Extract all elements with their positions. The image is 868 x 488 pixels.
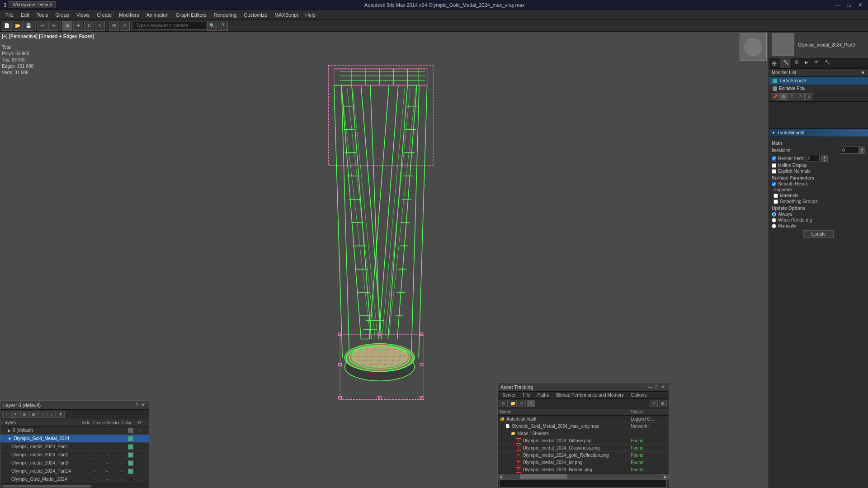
maximize-button[interactable]: □ (846, 2, 853, 8)
asset-minimize-button[interactable]: — (646, 384, 653, 390)
mod-configure-button[interactable]: ⚙ (779, 93, 788, 100)
menu-help[interactable]: Help (302, 11, 319, 19)
list-item[interactable]: ▶ 0 (default) ··· ··· ··· ✓ (0, 426, 149, 435)
list-item[interactable]: Olympic_Gold_Medal_2024 ··· ··· ··· (0, 475, 149, 483)
list-item[interactable]: T Olympic_medal_2024_Normal.png Found (498, 466, 669, 474)
iterations-down-button[interactable]: ▼ (859, 150, 865, 154)
tab-motion[interactable]: ▶ (802, 58, 811, 68)
layer-color-2[interactable] (128, 436, 133, 441)
asset-help-button[interactable]: ? (650, 400, 658, 407)
angle-snap-button[interactable]: ∠ (120, 21, 130, 31)
layers-move-button[interactable]: ↑ (38, 411, 47, 418)
undo-button[interactable]: ↩ (38, 21, 47, 31)
asset-expand-button[interactable]: ⊞ (659, 400, 667, 407)
list-item[interactable]: T Olympic_medal_2024_Glossiness.png Foun… (498, 445, 669, 452)
layer-color-swatch[interactable] (128, 428, 133, 433)
layer-color-6[interactable] (128, 469, 133, 474)
search-input[interactable] (134, 22, 206, 30)
tab-display[interactable]: 👁 (811, 58, 822, 68)
layers-help-button[interactable]: ? (135, 402, 139, 408)
asset-menu-file[interactable]: File (519, 392, 533, 398)
layers-create-button[interactable]: + (2, 411, 10, 418)
new-button[interactable]: 📄 (2, 21, 12, 31)
menu-tools[interactable]: Tools (33, 11, 52, 19)
list-item[interactable]: T Olympic_medal_2024_gold_Reflection.png… (498, 452, 669, 459)
layers-close-button[interactable]: ✕ (140, 402, 146, 408)
render-iters-up-button[interactable]: ▲ (821, 155, 828, 158)
list-item[interactable]: Olympic_medal_2024_Part3 ··· ··· ··· (0, 459, 149, 467)
asset-menu-bitmap[interactable]: Bitmap Performance and Memory (552, 392, 627, 398)
update-button[interactable]: Update (803, 230, 833, 238)
viewport[interactable]: [+] [Perspective] [Shaded + Edged Faces]… (0, 32, 769, 488)
menu-rendering[interactable]: Rendering (210, 11, 241, 19)
iterations-input[interactable] (841, 147, 859, 154)
iterations-up-button[interactable]: ▲ (859, 147, 865, 150)
minimize-button[interactable]: — (833, 2, 842, 8)
asset-menu-server[interactable]: Server (499, 392, 519, 398)
layers-move-down-button[interactable]: ↓ (47, 411, 56, 418)
render-iters-checkbox[interactable] (772, 156, 776, 161)
list-item[interactable]: Olympic_medal_2024_Part14 ··· ··· ··· (0, 467, 149, 475)
asset-hscrollbar[interactable]: ◀ ▶ (498, 474, 669, 479)
asset-filter-input[interactable] (500, 479, 667, 488)
mod-pin-button[interactable]: 📌 (771, 93, 779, 100)
mod-copy-button[interactable]: C (788, 93, 796, 100)
turbosmooth-rollout-header[interactable]: ▼ TurboSmooth (769, 129, 868, 137)
scale-button[interactable]: ⤡ (95, 21, 105, 31)
workspace-dropdown[interactable]: Workspace: Default (9, 1, 56, 8)
list-item[interactable]: 📁 Maps / Shaders (498, 430, 669, 437)
menu-views[interactable]: Views (73, 11, 93, 19)
open-button[interactable]: 📂 (13, 21, 23, 31)
search-button[interactable]: 🔍 (207, 21, 217, 31)
asset-close-button[interactable]: ✕ (660, 384, 666, 390)
layers-delete-button[interactable]: ✕ (11, 411, 19, 418)
isoline-checkbox[interactable] (772, 163, 776, 168)
list-item[interactable]: T Olympic_medal_2024_ior.png Found (498, 459, 669, 466)
layers-funnel-button[interactable]: ▼ (57, 411, 65, 418)
when-rendering-radio[interactable] (772, 218, 776, 223)
asset-view-list-button[interactable]: ≡ (527, 400, 535, 407)
explicit-normals-checkbox[interactable] (772, 169, 776, 174)
list-item[interactable]: Olympic_medal_2024_Part1 ··· ··· ··· (0, 443, 149, 451)
tab-create[interactable]: ⊕ (769, 58, 780, 68)
asset-locate-button[interactable]: 📁 (509, 400, 517, 407)
scroll-right-button[interactable]: ▶ (662, 474, 669, 479)
layer-color-5[interactable] (128, 460, 133, 466)
asset-menu-options[interactable]: Options (627, 392, 650, 398)
always-radio[interactable] (772, 212, 776, 217)
asset-menu-paths[interactable]: Paths (534, 392, 553, 398)
scroll-left-button[interactable]: ◀ (498, 474, 504, 479)
render-iters-down-button[interactable]: ▼ (821, 158, 828, 162)
tab-modify[interactable]: 🔧 (780, 58, 792, 68)
mod-delete-button[interactable]: ✕ (805, 93, 813, 100)
asset-strip-button[interactable]: ✕ (518, 400, 526, 407)
snap-button[interactable]: ⊞ (109, 21, 119, 31)
layer-color-3[interactable] (128, 444, 133, 450)
smoothing-groups-checkbox[interactable] (774, 199, 778, 204)
menu-group[interactable]: Group (52, 11, 73, 19)
menu-file[interactable]: File (2, 11, 17, 19)
select-button[interactable]: ⊕ (62, 21, 72, 31)
menu-modifiers[interactable]: Modifiers (115, 11, 143, 19)
layer-expand-icon-2[interactable]: ▼ (8, 436, 12, 441)
menu-graph-editors[interactable]: Graph Editors (172, 11, 210, 19)
modifier-item-editpoly[interactable]: Editable Poly (769, 85, 868, 92)
layers-scrollbar[interactable] (0, 483, 149, 488)
redo-button[interactable]: ↪ (48, 21, 58, 31)
list-item[interactable]: 🔐 Autodesk Vault Logged O... (498, 416, 669, 423)
asset-refresh-button[interactable]: ↻ (500, 400, 508, 407)
layers-select-button[interactable]: ⊞ (29, 411, 38, 418)
hscroll-track[interactable] (504, 474, 662, 479)
asset-maximize-button[interactable]: □ (654, 384, 659, 390)
tab-hierarchy[interactable]: ⛓ (792, 58, 802, 68)
menu-create[interactable]: Create (93, 11, 115, 19)
list-item[interactable]: T Olympic_medal_2024_Diffuse.png Found (498, 437, 669, 445)
close-button[interactable]: ✕ (856, 2, 864, 8)
list-item[interactable]: Olympic_medal_2024_Part2 ··· ··· ··· (0, 451, 149, 459)
scrollbar-thumb[interactable] (2, 485, 91, 488)
menu-edit[interactable]: Edit (17, 11, 33, 19)
modifier-item-turbosmooth[interactable]: TurboSmooth (769, 77, 868, 85)
menu-maxscript[interactable]: MAXScript (271, 11, 302, 19)
mod-paste-button[interactable]: P (797, 93, 805, 100)
help-search-button[interactable]: ? (218, 21, 228, 31)
